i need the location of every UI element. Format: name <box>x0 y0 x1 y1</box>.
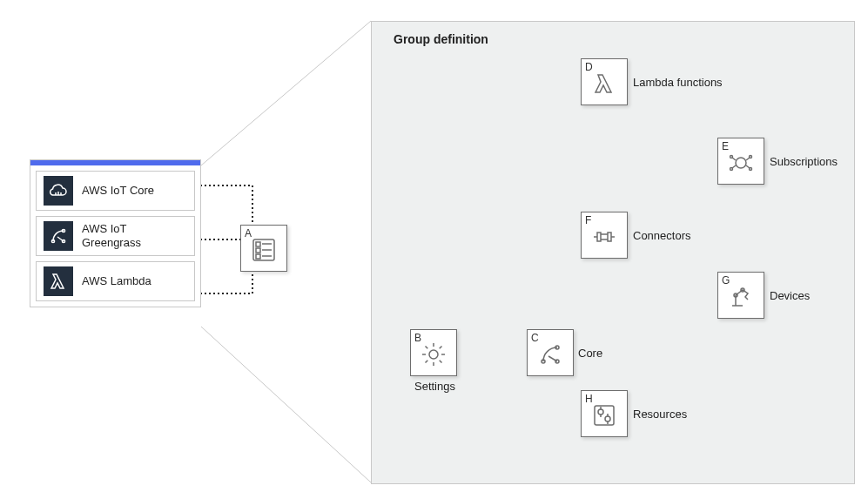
node-d-lambda-functions: D <box>581 58 628 105</box>
card-accent-bar <box>30 160 200 165</box>
core-icon <box>536 341 564 368</box>
node-h-resources: H <box>581 390 628 437</box>
svg-point-28 <box>736 158 746 168</box>
node-f-connectors: F <box>581 212 628 259</box>
service-greengrass: AWS IoT Greengrass <box>36 216 195 256</box>
node-c-label: Core <box>578 347 602 360</box>
node-b-label: Settings <box>414 380 455 393</box>
service-iot-core: AWS IoT Core <box>36 171 195 211</box>
svg-point-24 <box>429 350 438 359</box>
svg-rect-20 <box>256 254 260 259</box>
svg-line-1 <box>201 327 371 482</box>
panel-title: Group definition <box>394 32 488 46</box>
node-d-label: Lambda functions <box>633 76 723 89</box>
node-g-label: Devices <box>770 289 810 302</box>
node-h-label: Resources <box>633 408 687 421</box>
node-c-core: C <box>527 329 574 376</box>
lambda-icon <box>590 70 618 98</box>
lambda-icon <box>44 266 73 296</box>
node-g-devices: G <box>717 272 764 319</box>
svg-rect-18 <box>256 242 260 246</box>
robot-arm-icon <box>727 283 755 311</box>
resources-icon <box>590 401 618 429</box>
svg-rect-19 <box>256 248 260 253</box>
svg-rect-35 <box>595 406 614 425</box>
node-a-group: A <box>240 225 287 272</box>
node-b-settings: B <box>410 329 457 376</box>
node-e-label: Subscriptions <box>770 155 838 168</box>
aws-services-card: AWS IoT Core AWS IoT Greengrass AWS Lamb… <box>30 159 201 307</box>
subscriptions-icon <box>727 149 755 177</box>
list-icon <box>250 236 278 264</box>
plug-icon <box>590 223 618 251</box>
svg-line-0 <box>201 21 371 165</box>
node-f-label: Connectors <box>633 229 690 242</box>
svg-point-36 <box>598 409 603 415</box>
node-e-subscriptions: E <box>717 138 764 185</box>
service-label: AWS Lambda <box>82 274 151 288</box>
service-label: AWS IoT Core <box>82 184 154 198</box>
gear-icon <box>420 341 447 368</box>
svg-point-37 <box>605 416 610 421</box>
service-label: AWS IoT Greengrass <box>82 222 141 251</box>
service-lambda: AWS Lambda <box>36 261 195 301</box>
cloud-iot-icon <box>44 176 73 206</box>
greengrass-icon <box>44 221 73 251</box>
